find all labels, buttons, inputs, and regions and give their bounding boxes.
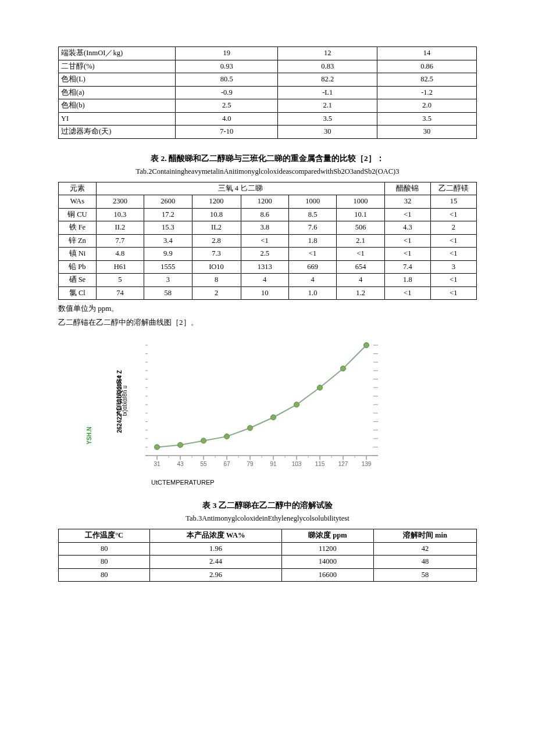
table-row: 色相(a)-0.9-L1-1.2 xyxy=(59,86,477,99)
cell: 2.0 xyxy=(377,99,477,113)
cell: 色相(a) xyxy=(59,86,176,99)
cell: 3.5 xyxy=(278,112,377,126)
svg-point-67 xyxy=(364,343,369,348)
cell: 9.9 xyxy=(144,248,192,261)
cell: 669 xyxy=(288,260,336,274)
table-row: 二甘醇(%)0.930.830.86 xyxy=(59,60,477,73)
cell: 2600 xyxy=(144,195,192,209)
cell: 80 xyxy=(59,556,150,569)
cell: 80 xyxy=(59,542,150,556)
cell: 654 xyxy=(337,260,385,274)
svg-point-60 xyxy=(201,438,206,443)
cell: 80.5 xyxy=(176,73,278,87)
cell: <1 xyxy=(337,248,385,261)
cell: 色相(L) xyxy=(59,73,176,87)
cell: 3.4 xyxy=(144,234,192,248)
t2-h2: 三氧 4 匕二睇 xyxy=(96,182,384,195)
cell: 32 xyxy=(384,195,430,209)
table-row: 802.961660058 xyxy=(59,568,477,582)
cell: 8.5 xyxy=(288,208,336,221)
cell: 7.6 xyxy=(288,221,336,235)
cell: 铜 CU xyxy=(59,208,97,221)
cell: 506 xyxy=(337,221,385,235)
table3-title: 表 3 乙二醇睇在乙二醇中的溶解试验 xyxy=(58,500,477,511)
svg-text:103: 103 xyxy=(292,461,302,467)
table-row: 过滤器寿命(天)7-103030 xyxy=(59,126,477,139)
cell: <1 xyxy=(384,208,430,221)
table-row: 硒 Se5384441.8<1 xyxy=(59,274,477,287)
cell: 4 xyxy=(288,274,336,287)
cell: -1.2 xyxy=(377,86,477,99)
svg-point-62 xyxy=(248,425,253,431)
cell: <1 xyxy=(430,248,476,261)
cell: -0.9 xyxy=(176,86,278,99)
cell: 3.5 xyxy=(377,112,477,126)
cell: 0.86 xyxy=(377,60,477,73)
note-curve: 乙二醇锚在乙二醇中的溶解曲线图［2］。 xyxy=(58,317,477,328)
svg-text:139: 139 xyxy=(362,461,372,467)
table-row: WAs2300260012001200100010003215 xyxy=(59,195,477,209)
cell: WAs xyxy=(59,195,97,209)
svg-point-59 xyxy=(178,442,183,447)
svg-text:115: 115 xyxy=(315,461,325,467)
cell: 1.96 xyxy=(150,542,281,556)
cell: 5 xyxy=(96,274,144,287)
cell: 15.3 xyxy=(144,221,192,235)
table2-subtitle: Tab.2ContainingheavymetalinAnitimonyglco… xyxy=(58,167,477,176)
svg-text:55: 55 xyxy=(200,461,207,467)
table2-title: 表 2. 醋酸睇和乙二醇睇与三班化二睇的重金属含量的比较［2］： xyxy=(58,153,477,164)
cell: 2.1 xyxy=(278,99,377,113)
cell: 4.3 xyxy=(384,221,430,235)
t2-h3: 醋酸锦 xyxy=(384,182,430,195)
cell: 3 xyxy=(430,260,476,274)
cell: 7.3 xyxy=(192,248,241,261)
cell: 82.5 xyxy=(377,73,477,87)
cell: 7.4 xyxy=(384,260,430,274)
svg-point-66 xyxy=(341,366,346,371)
cell: 2.5 xyxy=(176,99,278,113)
cell: 1.2 xyxy=(337,286,385,300)
svg-text:67: 67 xyxy=(223,461,230,467)
cell: <1 xyxy=(430,286,476,300)
cell: 30 xyxy=(278,126,377,139)
cell: 锌 Zn xyxy=(59,234,97,248)
cell: 30 xyxy=(377,126,477,139)
cell: IL2 xyxy=(192,221,241,235)
cell: 2.1 xyxy=(337,234,385,248)
cell: 10.8 xyxy=(192,208,241,221)
cell: 10 xyxy=(241,286,288,300)
cell: 氯 Cl xyxy=(59,286,97,300)
cell: <1 xyxy=(384,286,430,300)
table-row: YI4.03.53.5 xyxy=(59,112,477,126)
table-2: 元素 三氧 4 匕二睇 醋酸锦 乙二醇镁 WAs2300260012001200… xyxy=(58,182,477,300)
chart-side-green: YSH.N xyxy=(86,427,92,445)
cell: 10.1 xyxy=(337,208,385,221)
cell: 1.0 xyxy=(288,286,336,300)
cell: 17.2 xyxy=(144,208,192,221)
cell: 82.2 xyxy=(278,73,377,87)
svg-text:79: 79 xyxy=(247,461,254,467)
cell: 硒 Se xyxy=(59,274,97,287)
svg-text:127: 127 xyxy=(338,461,348,467)
cell: 15 xyxy=(430,195,476,209)
cell: 8 xyxy=(192,274,241,287)
cell: 42 xyxy=(373,542,476,556)
solubility-chart: YSH.N 262422"1I 切UQ1I864 Z AOILLNVdoS e … xyxy=(134,339,413,486)
col-header: 睇浓度 ppm xyxy=(281,529,373,543)
chart-y-labels: YSH.N 262422"1I 切UQ1I864 Z AOILLNVdoS e … xyxy=(93,339,128,461)
chart-svg: 314355677991103115127139 xyxy=(134,339,390,473)
table-row: 铅 PbH611555IO1013136696547.43 xyxy=(59,260,477,274)
svg-text:91: 91 xyxy=(270,461,277,467)
cell: 14 xyxy=(377,47,477,60)
cell: 7.7 xyxy=(96,234,144,248)
table3-subtitle: Tab.3AntimonyglcoloxideinEthyleneglycols… xyxy=(58,514,477,523)
cell: 2.5 xyxy=(241,248,288,261)
table-row: 色相(b)2.52.12.0 xyxy=(59,99,477,113)
cell: 1313 xyxy=(241,260,288,274)
cell: IO10 xyxy=(192,260,241,274)
cell: 3.8 xyxy=(241,221,288,235)
svg-point-65 xyxy=(318,385,323,390)
cell: <1 xyxy=(430,274,476,287)
col-header: 本产品浓度 WA% xyxy=(150,529,281,543)
cell: 铅 Pb xyxy=(59,260,97,274)
